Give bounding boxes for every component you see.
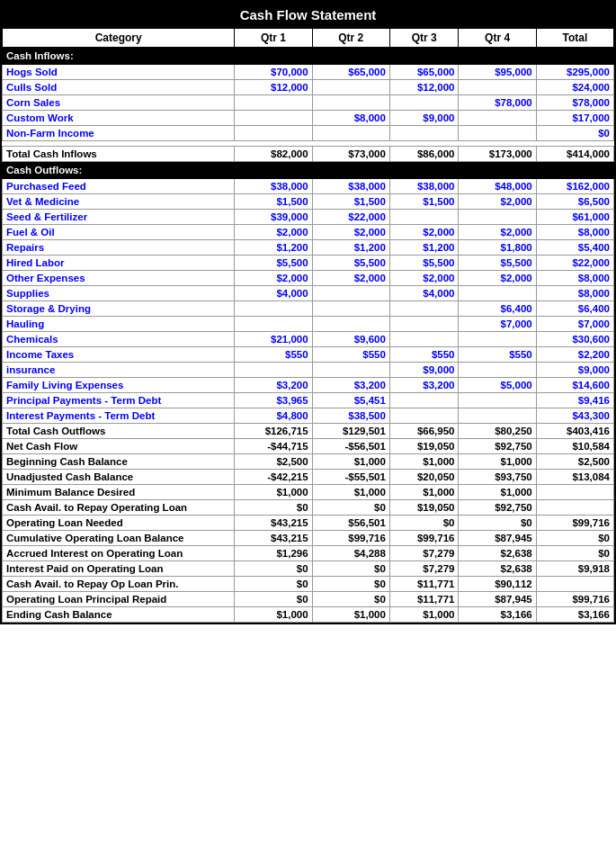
row-value: $11,771	[389, 592, 459, 607]
row-value: $6,400	[536, 301, 613, 317]
row-label: Fuel & Oil	[3, 225, 235, 240]
row-value: $99,716	[312, 531, 389, 546]
row-value	[536, 500, 613, 516]
row-label: Operating Loan Needed	[3, 516, 235, 531]
row-value: $4,800	[235, 408, 312, 424]
row-value: $1,000	[312, 607, 389, 623]
row-value: $1,000	[389, 454, 459, 470]
row-value: $22,000	[536, 256, 613, 271]
section-header: Cash Inflows:	[3, 48, 614, 65]
row-value: $0	[312, 500, 389, 516]
header-qtr4: Qtr 4	[459, 29, 536, 48]
row-value: $65,000	[389, 65, 459, 80]
row-value	[235, 126, 312, 141]
row-value: $1,500	[235, 194, 312, 210]
row-label: insurance	[3, 363, 235, 378]
row-value: $1,000	[235, 485, 312, 500]
row-value: $1,200	[389, 240, 459, 256]
row-value: $9,000	[536, 363, 613, 378]
row-value: $7,000	[459, 317, 536, 332]
header-qtr2: Qtr 2	[312, 29, 389, 48]
row-label: Beginning Cash Balance	[3, 454, 235, 470]
row-value	[235, 301, 312, 317]
row-label: Chemicals	[3, 332, 235, 347]
row-value: $162,000	[536, 179, 613, 194]
row-value: $92,750	[459, 439, 536, 454]
row-value: $43,215	[235, 516, 312, 531]
row-value: $3,166	[536, 607, 613, 623]
row-label: Family Living Expenses	[3, 378, 235, 393]
row-value: $1,000	[235, 607, 312, 623]
row-value	[235, 363, 312, 378]
row-value: $414,000	[536, 147, 613, 162]
row-value: $92,750	[459, 500, 536, 516]
row-value: $1,800	[459, 240, 536, 256]
row-value: $78,000	[459, 95, 536, 111]
row-value	[459, 80, 536, 95]
row-value: $6,500	[536, 194, 613, 210]
row-value: $8,000	[536, 286, 613, 301]
row-value: $0	[459, 516, 536, 531]
row-label: Supplies	[3, 286, 235, 301]
row-value: $38,000	[312, 179, 389, 194]
row-value: $6,400	[459, 301, 536, 317]
row-value: $93,750	[459, 470, 536, 485]
row-value: $90,112	[459, 577, 536, 592]
row-value: $13,084	[536, 470, 613, 485]
row-value: $56,501	[312, 516, 389, 531]
row-value: $3,200	[389, 378, 459, 393]
row-value: $9,000	[389, 111, 459, 126]
row-value: $2,000	[459, 271, 536, 286]
row-value: $2,200	[536, 347, 613, 363]
row-value: $2,000	[389, 271, 459, 286]
row-label: Culls Sold	[3, 80, 235, 95]
row-value: $3,166	[459, 607, 536, 623]
row-value	[459, 111, 536, 126]
row-value: $7,000	[536, 317, 613, 332]
row-value: -$44,715	[235, 439, 312, 454]
row-value: $0	[536, 546, 613, 561]
row-value	[312, 95, 389, 111]
row-label: Ending Cash Balance	[3, 607, 235, 623]
row-value: $0	[389, 516, 459, 531]
header-total: Total	[536, 29, 613, 48]
row-value: $0	[312, 577, 389, 592]
row-value: $173,000	[459, 147, 536, 162]
row-value: $19,050	[389, 439, 459, 454]
row-value: $3,200	[312, 378, 389, 393]
row-value: $1,000	[389, 485, 459, 500]
row-value: $0	[235, 577, 312, 592]
row-value: $2,000	[312, 225, 389, 240]
row-value	[312, 363, 389, 378]
row-value	[459, 363, 536, 378]
row-value: $403,416	[536, 424, 613, 439]
row-value: $1,200	[235, 240, 312, 256]
row-label: Minimum Balance Desired	[3, 485, 235, 500]
section-header: Cash Outflows:	[3, 162, 614, 179]
row-label: Interest Paid on Operating Loan	[3, 561, 235, 577]
row-value: $95,000	[459, 65, 536, 80]
row-value: $1,000	[459, 454, 536, 470]
row-value: $5,500	[459, 256, 536, 271]
row-value	[536, 577, 613, 592]
row-label: Total Cash Inflows	[3, 147, 235, 162]
row-value: $5,500	[312, 256, 389, 271]
row-value: $78,000	[536, 95, 613, 111]
row-value: $2,000	[235, 225, 312, 240]
row-value: $17,000	[536, 111, 613, 126]
row-value	[389, 332, 459, 347]
header-qtr3: Qtr 3	[389, 29, 459, 48]
row-value: $3,200	[235, 378, 312, 393]
row-value: $129,501	[312, 424, 389, 439]
row-value: $24,000	[536, 80, 613, 95]
row-value: $3,965	[235, 393, 312, 408]
row-value: $21,000	[235, 332, 312, 347]
row-label: Custom Work	[3, 111, 235, 126]
row-value: $1,000	[312, 454, 389, 470]
row-value: $7,279	[389, 546, 459, 561]
row-value: $2,500	[235, 454, 312, 470]
row-value: $39,000	[235, 210, 312, 225]
row-value: $20,050	[389, 470, 459, 485]
header-category: Category	[3, 29, 235, 48]
row-value: $2,000	[312, 271, 389, 286]
